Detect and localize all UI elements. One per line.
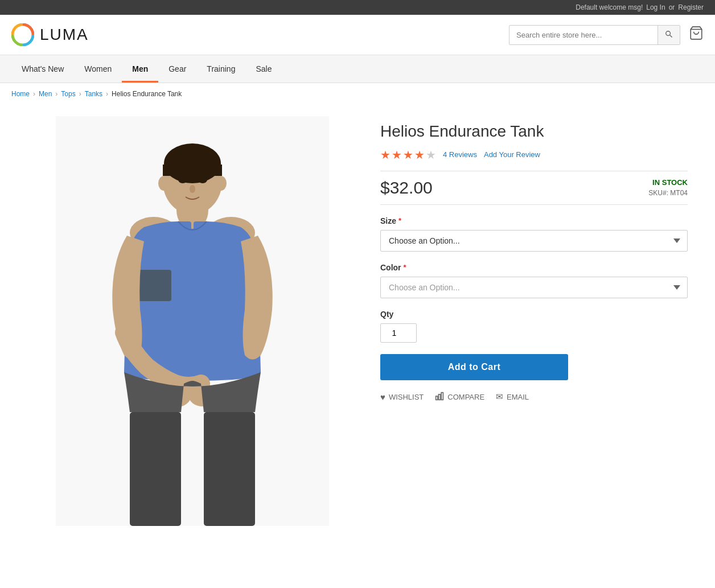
breadcrumb-tanks[interactable]: Tanks xyxy=(85,90,102,98)
qty-group: Qty xyxy=(380,310,688,343)
wishlist-link[interactable]: ♥ WISHLIST xyxy=(380,392,424,402)
sku: SKU#: MT04 xyxy=(648,189,688,197)
svg-rect-8 xyxy=(163,165,222,176)
or-separator: or xyxy=(669,3,675,11)
star-5: ★ xyxy=(426,148,436,162)
svg-rect-24 xyxy=(439,394,441,400)
svg-point-10 xyxy=(215,176,227,191)
top-bar: Default welcome msg! Log In or Register xyxy=(0,0,715,15)
breadcrumb: Home › Men › Tops › Tanks › Helios Endur… xyxy=(0,83,715,105)
compare-link[interactable]: COMPARE xyxy=(435,392,484,402)
nav-item-gear[interactable]: Gear xyxy=(158,55,196,83)
product-image xyxy=(56,116,329,526)
svg-rect-22 xyxy=(204,412,255,526)
stock-status: IN STOCK xyxy=(648,178,688,187)
star-3: ★ xyxy=(403,148,413,162)
size-select[interactable]: Choose an Option... XS S M L XL xyxy=(380,230,688,252)
svg-rect-18 xyxy=(138,270,171,301)
svg-rect-25 xyxy=(442,392,443,400)
svg-rect-21 xyxy=(130,412,181,526)
wishlist-label: WISHLIST xyxy=(389,393,424,401)
svg-point-11 xyxy=(178,176,187,183)
qty-input[interactable] xyxy=(380,323,417,343)
product-info: Helios Endurance Tank ★ ★ ★ ★ ★ 4 Review… xyxy=(380,116,688,526)
nav-item-women[interactable]: Women xyxy=(74,55,122,83)
main-nav: What's New Women Men Gear Training Sale xyxy=(0,55,715,83)
nav-item-training[interactable]: Training xyxy=(196,55,245,83)
welcome-message: Default welcome msg! xyxy=(576,3,643,11)
product-title: Helios Endurance Tank xyxy=(380,122,688,141)
svg-point-7 xyxy=(164,143,221,183)
color-required: * xyxy=(404,263,406,272)
cart-icon[interactable] xyxy=(689,26,704,44)
sku-value: MT04 xyxy=(670,189,688,197)
color-select[interactable]: Choose an Option... Blue Gray Black xyxy=(380,277,688,298)
product-image-svg xyxy=(56,116,329,526)
reviews-link[interactable]: 4 Reviews xyxy=(443,150,477,159)
reviews-row: ★ ★ ★ ★ ★ 4 Reviews Add Your Review xyxy=(380,148,688,162)
star-2: ★ xyxy=(392,148,402,162)
star-4: ★ xyxy=(414,148,425,162)
nav-item-men[interactable]: Men xyxy=(122,55,158,83)
price-row: $32.00 IN STOCK SKU#: MT04 xyxy=(380,171,688,205)
heart-icon: ♥ xyxy=(380,392,385,402)
register-link[interactable]: Register xyxy=(678,3,704,11)
search-icon xyxy=(665,30,673,38)
logo-text: LUMA xyxy=(40,26,89,44)
add-review-link[interactable]: Add Your Review xyxy=(484,150,540,159)
svg-line-2 xyxy=(670,35,672,37)
search-button[interactable] xyxy=(658,26,680,44)
email-link[interactable]: ✉ EMAIL xyxy=(496,392,529,402)
breadcrumb-sep-1: › xyxy=(33,90,35,98)
size-label: Size * xyxy=(380,216,688,225)
nav-item-sale[interactable]: Sale xyxy=(245,55,282,83)
svg-point-9 xyxy=(158,176,170,191)
login-link[interactable]: Log In xyxy=(646,3,665,11)
star-1: ★ xyxy=(380,148,391,162)
product-image-wrap xyxy=(27,116,358,526)
breadcrumb-home[interactable]: Home xyxy=(11,90,30,98)
svg-point-13 xyxy=(190,185,195,193)
search-bar xyxy=(509,25,680,45)
svg-point-12 xyxy=(198,176,207,183)
breadcrumb-sep-2: › xyxy=(55,90,57,98)
compare-icon xyxy=(435,392,444,402)
email-icon: ✉ xyxy=(496,392,503,402)
svg-point-1 xyxy=(666,31,671,35)
color-option-group: Color * Choose an Option... Blue Gray Bl… xyxy=(380,263,688,298)
logo[interactable]: LUMA xyxy=(11,23,89,46)
email-label: EMAIL xyxy=(507,393,529,401)
nav-item-whats-new[interactable]: What's New xyxy=(11,55,74,83)
product-page: Helios Endurance Tank ★ ★ ★ ★ ★ 4 Review… xyxy=(16,105,699,537)
header: LUMA xyxy=(0,15,715,55)
size-required: * xyxy=(398,216,401,225)
size-option-group: Size * Choose an Option... XS S M L XL xyxy=(380,216,688,252)
compare-label: COMPARE xyxy=(447,393,484,401)
breadcrumb-men[interactable]: Men xyxy=(39,90,52,98)
action-links: ♥ WISHLIST COMPARE ✉ EMAIL xyxy=(380,392,688,402)
sku-label: SKU#: xyxy=(648,189,668,197)
search-input[interactable] xyxy=(509,26,658,44)
breadcrumb-sep-3: › xyxy=(79,90,81,98)
product-price: $32.00 xyxy=(380,178,433,198)
breadcrumb-tops[interactable]: Tops xyxy=(61,90,75,98)
breadcrumb-sep-4: › xyxy=(106,90,108,98)
stock-info: IN STOCK SKU#: MT04 xyxy=(648,178,688,197)
svg-rect-23 xyxy=(436,396,438,400)
star-rating: ★ ★ ★ ★ ★ xyxy=(380,148,436,162)
logo-icon xyxy=(11,23,34,46)
color-label: Color * xyxy=(380,263,688,272)
qty-label: Qty xyxy=(380,310,688,319)
breadcrumb-current: Helios Endurance Tank xyxy=(112,90,182,98)
add-to-cart-button[interactable]: Add to Cart xyxy=(380,354,568,380)
